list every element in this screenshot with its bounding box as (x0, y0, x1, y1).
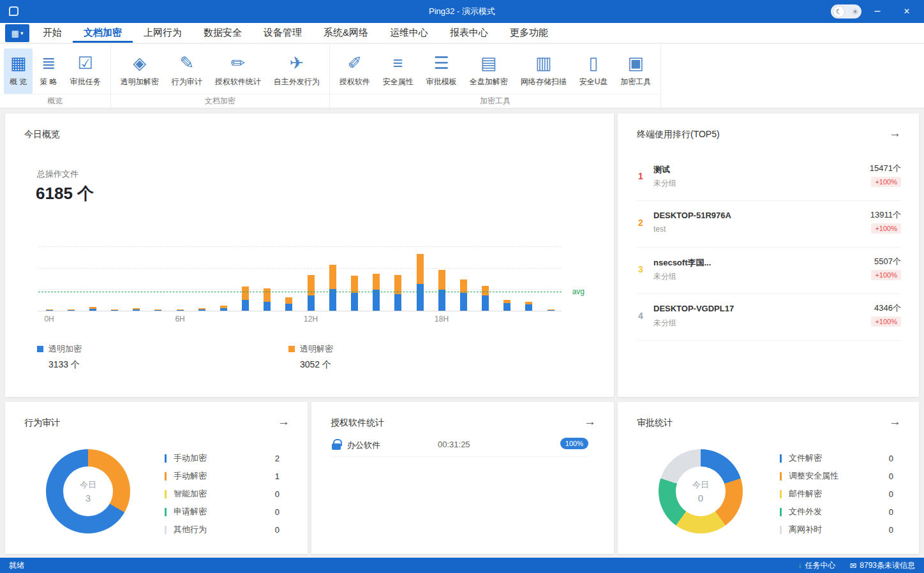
status-ready: 就绪 (9, 560, 24, 571)
x-axis-tick: 0H (44, 315, 54, 324)
overview-grid-icon: ▦ (10, 53, 27, 75)
rank-number: 1 (638, 171, 643, 181)
top5-more-arrow[interactable]: → (889, 126, 901, 140)
tab-device-mgmt[interactable]: 设备管理 (253, 23, 313, 43)
chevron-down-icon: ▾ (20, 30, 24, 36)
bar-slot (322, 265, 343, 311)
approval-check-icon: ☑ (78, 53, 93, 75)
tab-ops-center[interactable]: 运维中心 (379, 23, 439, 43)
table-row[interactable]: 1 测试 未分组 15471个 +100% (637, 154, 901, 201)
tab-doc-encryption[interactable]: 文档加密 (73, 23, 133, 43)
bar-slot (540, 309, 562, 311)
legend-decrypt: 透明解密 3052 个 (288, 343, 333, 371)
bar-slot (278, 297, 300, 311)
ribbon-button-approval-template[interactable]: ☰ 审批模板 (421, 48, 463, 94)
stacked-bar (220, 306, 227, 311)
software-more-arrow[interactable]: → (584, 415, 596, 429)
trend-badge: +100% (871, 177, 901, 187)
unread-messages-button[interactable]: ✉ 8793条未读信息 (849, 560, 915, 571)
list-item: 其他行为 0 (165, 521, 279, 539)
donut-center-label: 今日 (80, 479, 96, 491)
lock-icon (332, 439, 341, 450)
legend-color-bar (165, 490, 167, 498)
stacked-bar (133, 308, 140, 311)
terminal-count: 13911个 (870, 209, 901, 221)
list-item: 办公软件 00:31:25 100% (331, 435, 588, 457)
tab-more[interactable]: 更多功能 (499, 23, 559, 43)
ribbon-button-self-outgoing[interactable]: ✈ 自主外发行为 (268, 48, 325, 94)
ribbon-button-encryption-tools[interactable]: ▣ 加密工具 (615, 48, 657, 94)
tab-system-network[interactable]: 系统&网络 (313, 23, 379, 43)
ribbon-group-doc-encryption: ◈ 透明加解密 ✎ 行为审计 ✏ 授权软件统计 ✈ 自主外发行为 文档加密 (111, 44, 330, 108)
x-axis-tick: 6H (175, 315, 184, 324)
audit-pencil-icon: ✎ (179, 53, 194, 75)
close-button[interactable]: × (896, 0, 918, 23)
app-menu-button[interactable]: ▦ ▾ (5, 24, 29, 42)
bar-slot (452, 279, 474, 311)
legend-color-bar (165, 526, 167, 534)
list-item: 调整安全属性 0 (780, 467, 893, 485)
terminal-group: 未分组 (653, 271, 676, 282)
cube-icon: ◈ (133, 53, 146, 75)
tab-data-security[interactable]: 数据安全 (193, 23, 253, 43)
terminal-name: DESKTOP-51R976A (653, 211, 731, 220)
terminal-count: 15471个 (870, 163, 901, 174)
stacked-bar (503, 300, 510, 311)
stacked-bar (308, 275, 315, 311)
ribbon-button-security-attributes[interactable]: ≡ 安全属性 (377, 48, 419, 94)
ribbon-button-network-storage-scan[interactable]: ▥ 网络存储扫描 (515, 48, 572, 94)
ribbon-group-overview: ▦ 概 览 ≣ 策 略 ☑ 审批任务 概览 (0, 44, 111, 108)
stacked-bar (394, 275, 401, 311)
bar-slot (518, 302, 540, 311)
tab-report-center[interactable]: 报表中心 (439, 23, 499, 43)
table-row[interactable]: 3 nsecsoft李国... 未分组 5507个 +100% (637, 248, 901, 294)
tab-web-behavior[interactable]: 上网行为 (133, 23, 193, 43)
bar-slot (474, 286, 496, 311)
window-title: Ping32 - 演示模式 (0, 0, 924, 23)
approval-more-arrow[interactable]: → (889, 415, 901, 429)
bar-slot (38, 309, 60, 311)
ribbon-button-overview[interactable]: ▦ 概 览 (4, 48, 33, 94)
ribbon-button-behavior-audit[interactable]: ✎ 行为审计 (166, 48, 208, 94)
pencil-ruler-icon: ✏ (230, 53, 245, 75)
x-axis-tick: 18H (435, 315, 449, 324)
bar-slot (496, 300, 518, 311)
ribbon-button-secure-usb[interactable]: ▯ 安全U盘 (574, 48, 614, 94)
task-center-button[interactable]: ↓ 任务中心 (798, 560, 835, 571)
theme-toggle[interactable]: ☾ ☀ (831, 4, 861, 19)
stacked-bar (285, 297, 292, 311)
ribbon-button-authorized-software-stats[interactable]: ✏ 授权软件统计 (209, 48, 267, 94)
briefcase-icon: ▣ (628, 53, 645, 75)
stacked-bar (177, 309, 184, 311)
moon-icon: ☾ (833, 6, 844, 17)
legend-color-bar (780, 454, 782, 463)
ribbon-button-transparent-codec[interactable]: ◈ 透明加解密 (115, 48, 165, 94)
stacked-bar (198, 308, 205, 311)
approval-donut: 今日 0 (659, 449, 743, 533)
ribbon-button-approval-tasks[interactable]: ☑ 审批任务 (64, 48, 107, 94)
behavior-audit-card: 行为审计 → 今日 3 手动加密 2 手动解密 1 智能加密 0 (5, 402, 308, 554)
list-item: 文件外发 0 (780, 503, 893, 521)
usb-drive-icon: ▯ (589, 53, 599, 75)
ribbon-button-authorized-software[interactable]: ✐ 授权软件 (334, 48, 376, 94)
card-title: 今日概览 (24, 129, 60, 140)
ribbon-button-full-disk-codec[interactable]: ▤ 全盘加解密 (464, 48, 514, 94)
table-row[interactable]: 4 DESKTOP-VGDPL17 未分组 4346个 +100% (637, 294, 901, 341)
table-row[interactable]: 2 DESKTOP-51R976A test 13911个 +100% (637, 201, 901, 248)
list-item: 邮件解密 0 (780, 485, 893, 503)
authorized-software-icon: ✐ (347, 53, 362, 75)
terminal-group: 未分组 (653, 178, 676, 189)
legend-color-bar (780, 508, 782, 516)
behavior-more-arrow[interactable]: → (278, 415, 290, 429)
total-files-value: 6185 个 (36, 182, 94, 205)
minimize-button[interactable]: – (867, 0, 888, 23)
card-title: 授权软件统计 (331, 417, 384, 429)
today-plot: avg 0H6H12H18H (38, 225, 562, 311)
app-menu-grid-icon: ▦ (11, 29, 19, 38)
tab-start[interactable]: 开始 (32, 23, 73, 43)
ribbon-button-policy[interactable]: ≣ 策 略 (34, 48, 63, 94)
stacked-bar (417, 254, 424, 311)
terminal-group: 未分组 (653, 318, 676, 329)
server-lock-icon: ▥ (535, 53, 552, 75)
x-axis-tick: 12H (304, 315, 318, 324)
